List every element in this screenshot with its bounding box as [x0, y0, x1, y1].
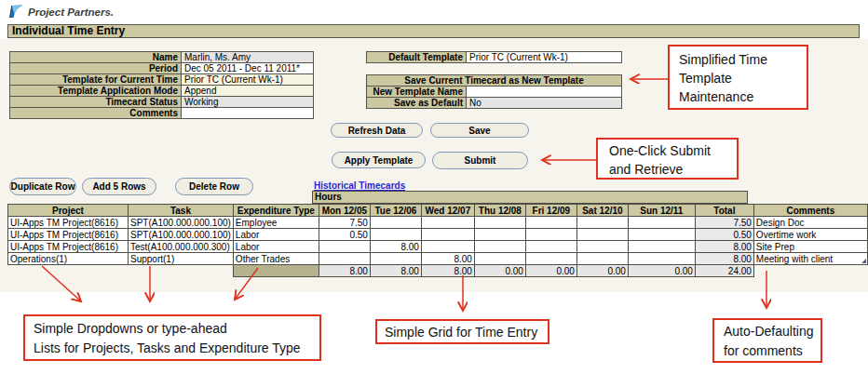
hours-cell[interactable] — [576, 253, 628, 265]
application-mode-value[interactable]: Append — [182, 86, 314, 97]
hours-cell[interactable] — [525, 217, 576, 229]
hours-cell[interactable] — [319, 241, 370, 253]
save-template-section-title: Save Current Timecard as New Template — [367, 75, 622, 87]
template-current-value[interactable]: Prior TC (Current Wk-1) — [182, 74, 314, 86]
project-cell[interactable]: UI-Apps TM Project(8616) — [8, 229, 129, 241]
timecard-status-value: Working — [182, 97, 314, 108]
hours-cell[interactable] — [474, 229, 525, 241]
hours-cell[interactable]: 8.00 — [370, 241, 421, 253]
period-value[interactable]: Dec 05 2011 - Dec 11 2011* — [182, 63, 314, 74]
column-header: Task — [129, 205, 234, 217]
task-cell[interactable]: Test(A100.000.000.300) — [129, 241, 234, 253]
expenditure-type-cell[interactable]: Labor — [233, 241, 319, 253]
hours-cell[interactable] — [576, 229, 628, 241]
hours-cell[interactable]: 7.50 — [319, 217, 370, 229]
hours-cell[interactable] — [628, 253, 695, 265]
expenditure-type-cell[interactable]: Employee — [233, 217, 319, 229]
hours-cell[interactable] — [628, 217, 695, 229]
day-column-header: Sun 12/11 — [628, 205, 695, 217]
hours-cell[interactable]: 0.50 — [319, 229, 370, 241]
hours-cell[interactable] — [474, 217, 525, 229]
add-5-rows-button[interactable]: Add 5 Rows — [82, 178, 156, 195]
template-current-label: Template for Current Time — [10, 74, 182, 86]
name-value: Marlin, Ms. Amy — [182, 52, 314, 63]
column-header: Expenditure Type — [233, 205, 319, 217]
comment-cell[interactable]: Overtime work — [753, 229, 867, 241]
default-template-form: Default Template Prior TC (Current Wk-1) — [366, 51, 622, 63]
historical-timecards-link[interactable]: Historical Timecards — [314, 180, 405, 191]
hours-cell[interactable] — [370, 253, 421, 265]
submit-button[interactable]: Submit — [432, 152, 528, 169]
callout-grid: Simple Grid for Time Entry — [375, 319, 549, 344]
spacer — [753, 265, 867, 277]
expenditure-type-cell[interactable]: Labor — [233, 229, 319, 241]
hours-cell[interactable] — [370, 217, 421, 229]
grand-total-cell: 24.00 — [695, 265, 753, 277]
hours-cell[interactable] — [576, 241, 628, 253]
timecard-row: Operations(1)Support(1)Other Trades8.008… — [8, 253, 868, 265]
comment-cell[interactable]: Design Doc — [753, 217, 867, 229]
form-row: Period Dec 05 2011 - Dec 11 2011* — [10, 63, 314, 74]
day-total-cell: 0.00 — [525, 265, 576, 277]
timecard-table: ProjectTaskExpenditure TypeMon 12/05Tue … — [7, 204, 868, 277]
row-total-cell: 8.00 — [695, 241, 753, 253]
hours-cell[interactable] — [628, 241, 695, 253]
duplicate-row-button[interactable]: Duplicate Row — [9, 178, 76, 195]
application-mode-label: Template Application Mode — [10, 86, 182, 97]
project-cell[interactable]: UI-Apps TM Project(8616) — [8, 241, 129, 253]
apply-template-button[interactable]: Apply Template — [332, 152, 426, 168]
hours-cell[interactable] — [525, 241, 576, 253]
hours-cell[interactable] — [525, 253, 576, 265]
day-column-header: Thu 12/08 — [474, 205, 525, 217]
new-template-name-label: New Template Name — [367, 87, 467, 98]
day-total-cell: 8.00 — [421, 265, 474, 277]
comments-label: Comments — [10, 108, 182, 119]
expenditure-type-cell[interactable]: Other Trades — [233, 253, 319, 265]
hours-cell[interactable] — [525, 229, 576, 241]
refresh-data-button[interactable]: Refresh Data — [331, 123, 423, 138]
delete-row-button[interactable]: Delete Row — [175, 178, 253, 195]
save-as-default-value[interactable]: No — [467, 98, 622, 109]
comments-input[interactable] — [182, 108, 314, 119]
project-cell[interactable]: Operations(1) — [8, 253, 129, 265]
callout-one-click-submit: One-Click Submit and Retrieve — [596, 138, 739, 180]
pennant-logo-icon — [7, 3, 25, 20]
default-template-value[interactable]: Prior TC (Current Wk-1) — [467, 52, 622, 63]
hours-cell[interactable] — [421, 229, 474, 241]
default-template-label: Default Template — [367, 52, 467, 63]
day-total-cell: 0.00 — [576, 265, 628, 277]
task-cell[interactable]: Support(1) — [129, 253, 234, 265]
new-template-name-input[interactable] — [467, 87, 622, 98]
task-cell[interactable]: SPT(A100.000.000.100) — [129, 229, 234, 241]
day-column-header: Mon 12/05 — [319, 205, 370, 217]
day-total-cell: 8.00 — [319, 265, 370, 277]
timecard-header-row: ProjectTaskExpenditure TypeMon 12/05Tue … — [8, 205, 868, 217]
timecard-row: UI-Apps TM Project(8616)Test(A100.000.00… — [8, 241, 868, 253]
form-row: Save Current Timecard as New Template — [367, 75, 622, 87]
resize-handle-icon[interactable] — [861, 259, 866, 263]
form-row: Comments — [10, 108, 314, 119]
hours-cell[interactable] — [421, 241, 474, 253]
hours-cell[interactable] — [474, 241, 525, 253]
comment-cell[interactable]: Meeting with client — [753, 253, 867, 265]
period-label: Period — [10, 63, 182, 74]
hours-cell[interactable] — [576, 217, 628, 229]
callout-auto-default: Auto-Defaulting for comments — [712, 318, 822, 363]
hours-cell[interactable] — [474, 253, 525, 265]
individual-time-entry-page: Project Partners. Individual Time Entry … — [0, 0, 868, 387]
hours-cell[interactable] — [421, 217, 474, 229]
column-header: Project — [8, 205, 129, 217]
form-row: Default Template Prior TC (Current Wk-1) — [367, 52, 622, 63]
brand-logo: Project Partners. — [7, 3, 114, 20]
comment-cell[interactable]: Site Prep — [753, 241, 867, 253]
brand-name: Project Partners. — [28, 7, 114, 18]
save-button[interactable]: Save — [430, 123, 529, 138]
hours-cell[interactable] — [319, 253, 370, 265]
project-cell[interactable]: UI-Apps TM Project(8616) — [8, 217, 129, 229]
hours-cell[interactable] — [370, 229, 421, 241]
hours-cell[interactable] — [628, 229, 695, 241]
task-cell[interactable]: SPT(A100.000.000.100) — [129, 217, 234, 229]
save-template-form: Save Current Timecard as New Template Ne… — [366, 74, 622, 109]
form-row: Save as Default No — [367, 98, 622, 109]
hours-cell[interactable]: 8.00 — [421, 253, 474, 265]
